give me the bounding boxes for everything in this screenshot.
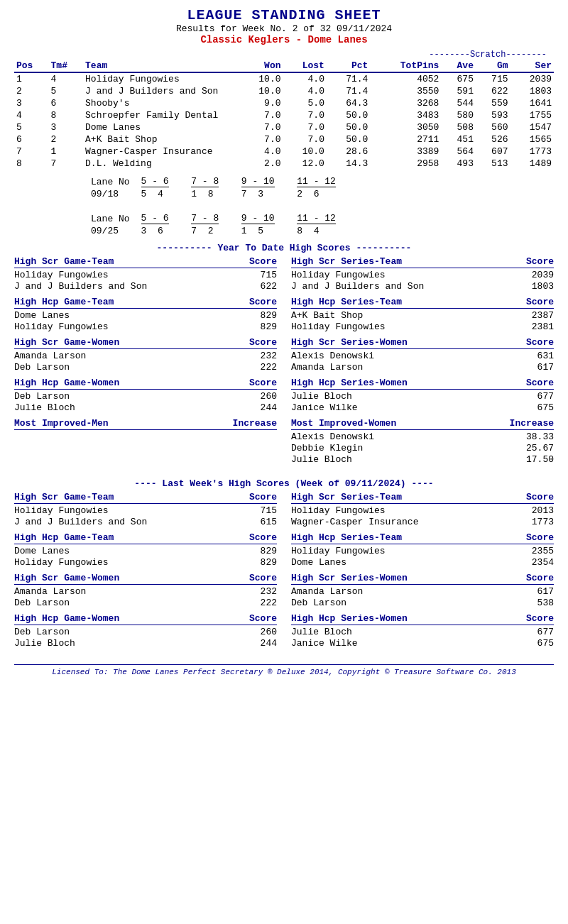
cell-team: Wagner-Casper Insurance — [83, 145, 239, 158]
cat-name-left-0: High Scr Game-Team — [14, 492, 114, 502]
lw-scores-grid: High Scr Game-Team Score Holiday Fungowi… — [14, 492, 554, 654]
entry-score: 2355 — [518, 546, 554, 556]
entry-score: 2381 — [518, 321, 554, 332]
cell-won: 7.0 — [239, 133, 283, 145]
cell-team: Shooby's — [83, 97, 239, 109]
cat-score-label-right-2: Score — [526, 337, 554, 348]
score-cat-right-1: High Hcp Series-Team Score Holiday Fungo… — [291, 532, 554, 568]
cell-pct: 64.3 — [327, 97, 370, 109]
score-row-left-1-1: Holiday Fungowies 829 — [14, 321, 277, 333]
cell-ave: 544 — [441, 97, 476, 109]
lane-56-2: 3 6 — [136, 225, 175, 237]
cat-score-label-right-3: Score — [526, 378, 554, 388]
cell-won: 7.0 — [239, 109, 283, 121]
cell-gm: 622 — [476, 85, 510, 97]
entry-name: Dome Lanes — [14, 310, 241, 321]
cell-ave: 493 — [441, 158, 476, 170]
cell-ser: 1773 — [510, 145, 554, 158]
cat-name-right-1: High Hcp Series-Team — [291, 532, 402, 543]
cell-gm: 607 — [476, 145, 510, 158]
entry-name: Julie Bloch — [14, 402, 241, 413]
lane-56-header-1: 5 - 6 — [136, 175, 175, 188]
cell-won: 4.0 — [239, 145, 283, 158]
score-row-right-1-0: Holiday Fungowies 2355 — [291, 546, 554, 557]
cat-header-left-3: High Hcp Game-Women Score — [14, 613, 277, 625]
score-row-right-1-1: Holiday Fungowies 2381 — [291, 321, 554, 333]
score-cat-right-2: High Scr Series-Women Score Alexis Denow… — [291, 337, 554, 373]
cell-lost: 7.0 — [283, 109, 327, 121]
score-row-left-1-1: Holiday Fungowies 829 — [14, 557, 277, 568]
cat-score-label-right-0: Score — [526, 492, 554, 502]
cat-name-right-3: High Hcp Series-Women — [291, 378, 408, 388]
score-row-left-3-0: Deb Larson 260 — [14, 391, 277, 402]
lane-header-label-2: Lane No — [85, 212, 136, 225]
cat-score-label-right-2: Score — [526, 573, 554, 583]
page-subtitle: Results for Week No. 2 of 32 09/11/2024 — [14, 23, 554, 34]
lane-date-2: 09/25 — [85, 225, 136, 237]
entry-score: 222 — [241, 598, 277, 608]
entry-name: Holiday Fungowies — [14, 505, 241, 516]
score-cat-right-2: High Scr Series-Women Score Amanda Larso… — [291, 573, 554, 609]
cell-won: 9.0 — [239, 97, 283, 109]
cat-header-right-1: High Hcp Series-Team Score — [291, 297, 554, 309]
score-row-left-3-1: Julie Bloch 244 — [14, 638, 277, 649]
cat-header-right-4: Most Improved-Women Increase — [291, 418, 554, 430]
lane-data-row-2: 09/25 3 6 7 2 1 5 8 4 — [85, 225, 342, 237]
entry-name: Deb Larson — [14, 627, 241, 637]
entry-name: Amanda Larson — [291, 362, 518, 373]
entry-name: Deb Larson — [14, 362, 241, 373]
entry-score: 829 — [241, 321, 277, 332]
score-row-right-0-0: Holiday Fungowies 2039 — [291, 270, 554, 281]
cat-score-label-right-1: Score — [526, 297, 554, 307]
cell-pos: 8 — [14, 158, 49, 170]
cat-score-label-left-4: Increase — [233, 418, 277, 429]
col-totpins: TotPins — [370, 60, 441, 72]
cat-name-right-4: Most Improved-Women — [291, 418, 396, 429]
entry-score: 829 — [241, 557, 277, 568]
score-row-right-0-1: Wagner-Casper Insurance 1773 — [291, 517, 554, 528]
entry-score: 715 — [241, 270, 277, 280]
entry-name: Holiday Fungowies — [291, 321, 518, 332]
lane-table: Lane No 5 - 6 7 - 8 9 - 10 11 - 12 09/18… — [85, 175, 342, 237]
entry-score: 829 — [241, 310, 277, 321]
cell-totpins: 3268 — [370, 97, 441, 109]
entry-score: 232 — [241, 586, 277, 597]
page-title: LEAGUE STANDING SHEET — [14, 7, 554, 23]
entry-score: 244 — [241, 638, 277, 649]
cat-header-right-0: High Scr Series-Team Score — [291, 492, 554, 504]
cell-pct: 28.6 — [327, 145, 370, 158]
standings-row-7: 7 1 Wagner-Casper Insurance 4.0 10.0 28.… — [14, 145, 554, 158]
cell-lost: 10.0 — [283, 145, 327, 158]
cell-pos: 4 — [14, 109, 49, 121]
cell-tm: 1 — [49, 145, 84, 158]
cell-pct: 50.0 — [327, 109, 370, 121]
cat-header-left-2: High Scr Game-Women Score — [14, 573, 277, 585]
entry-score: 675 — [518, 638, 554, 649]
cell-ave: 508 — [441, 121, 476, 133]
cell-ave: 580 — [441, 109, 476, 121]
score-row-right-3-1: Janice Wilke 675 — [291, 638, 554, 649]
cell-ser: 1803 — [510, 85, 554, 97]
score-row-left-0-0: Holiday Fungowies 715 — [14, 270, 277, 281]
entry-name: Holiday Fungowies — [291, 270, 518, 280]
cell-won: 2.0 — [239, 158, 283, 170]
score-cat-right-4: Most Improved-Women Increase Alexis Deno… — [291, 418, 554, 466]
lane-78-2: 7 2 — [175, 225, 225, 237]
cell-totpins: 3389 — [370, 145, 441, 158]
cell-totpins: 2711 — [370, 133, 441, 145]
cell-pos: 6 — [14, 133, 49, 145]
lane-78-header-1: 7 - 8 — [175, 175, 225, 188]
cell-lost: 7.0 — [283, 121, 327, 133]
entry-score: 244 — [241, 402, 277, 413]
entry-name: Alexis Denowski — [291, 351, 518, 361]
entry-score: 25.67 — [518, 443, 554, 453]
entry-name: Debbie Klegin — [291, 443, 518, 453]
col-ser: Ser — [510, 60, 554, 72]
score-cat-left-2: High Scr Game-Women Score Amanda Larson … — [14, 337, 277, 373]
cat-header-right-2: High Scr Series-Women Score — [291, 337, 554, 349]
entry-score: 538 — [518, 598, 554, 608]
cell-lost: 4.0 — [283, 72, 327, 85]
cell-pos: 5 — [14, 121, 49, 133]
cell-gm: 513 — [476, 158, 510, 170]
cell-totpins: 3050 — [370, 121, 441, 133]
